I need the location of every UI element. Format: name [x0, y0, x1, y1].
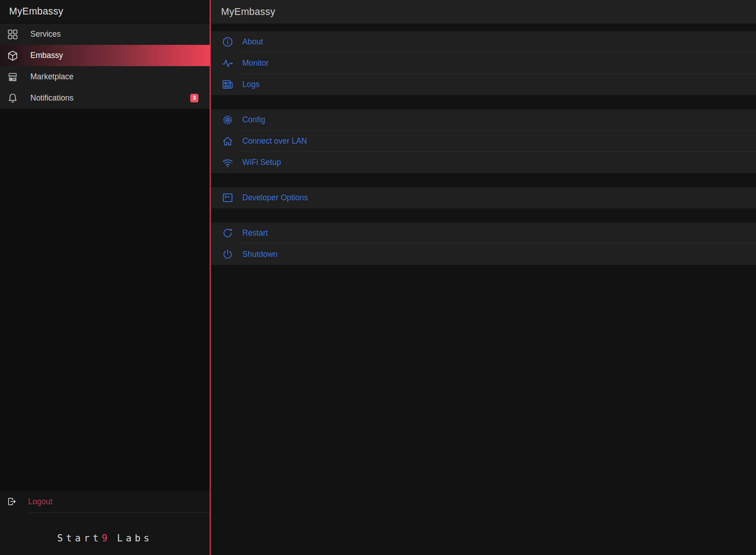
menu-item-label: WiFi Setup — [242, 158, 281, 167]
brand-text: Start — [57, 533, 101, 544]
wifi-icon — [222, 156, 234, 169]
newspaper-icon — [222, 78, 234, 91]
menu-item-label: Shutdown — [242, 250, 278, 259]
brand-logo: Start9Labs — [0, 513, 210, 544]
menu-item-shutdown[interactable]: Shutdown — [211, 244, 756, 265]
menu-item-label: Config — [242, 115, 265, 125]
menu-item-about[interactable]: About — [211, 31, 756, 53]
pulse-icon — [222, 57, 234, 69]
page-title: MyEmbassy — [221, 6, 275, 18]
sidebar-item-label: Notifications — [30, 93, 73, 103]
menu-group-developer: Developer Options — [211, 187, 756, 208]
sidebar-item-label: Services — [30, 29, 61, 39]
storefront-icon — [7, 71, 19, 83]
bell-icon — [7, 92, 19, 104]
sidebar-title: MyEmbassy — [0, 0, 210, 24]
notification-badge: 3 — [190, 94, 198, 102]
refresh-icon — [222, 227, 234, 239]
terminal-icon — [222, 192, 234, 204]
menu-item-label: Restart — [242, 228, 268, 238]
sidebar-item-services[interactable]: Services — [0, 24, 210, 45]
menu-item-wifi-setup[interactable]: WiFi Setup — [211, 152, 756, 173]
menu-group-info: About Monitor — [211, 31, 756, 95]
main-content: MyEmbassy About — [211, 0, 756, 555]
menu-item-label: About — [242, 37, 263, 47]
sidebar-menu: Services Embassy — [0, 24, 210, 109]
menu-item-config[interactable]: Config — [211, 109, 756, 130]
logout-icon — [7, 497, 17, 507]
menu-item-label: Monitor — [242, 58, 269, 68]
grid-icon — [7, 29, 19, 40]
logout-button[interactable]: Logout — [0, 491, 210, 512]
sidebar-item-marketplace[interactable]: Marketplace — [0, 66, 210, 87]
power-icon — [222, 248, 234, 261]
menu-item-label: Logs — [242, 80, 260, 89]
cog-icon — [222, 114, 234, 126]
menu-group-power: Restart Shutdown — [211, 222, 756, 265]
menu-item-logs[interactable]: Logs — [211, 74, 756, 95]
menu-group-config: Config Connect over LAN — [211, 109, 756, 173]
menu-item-label: Connect over LAN — [242, 136, 307, 146]
menu-item-restart[interactable]: Restart — [211, 222, 756, 244]
menu-item-label: Developer Options — [242, 193, 308, 203]
sidebar: MyEmbassy Services — [0, 0, 211, 555]
sidebar-item-label: Marketplace — [30, 72, 73, 82]
app-root: MyEmbassy Services — [0, 0, 756, 555]
logout-label: Logout — [28, 497, 53, 507]
info-icon — [222, 36, 234, 48]
content-toolbar: MyEmbassy — [211, 0, 756, 24]
brand-text: Labs — [117, 533, 153, 544]
sidebar-spacer — [0, 109, 210, 491]
sidebar-item-notifications[interactable]: Notifications 3 — [0, 87, 210, 109]
cube-icon — [7, 50, 19, 62]
menu-item-connect-lan[interactable]: Connect over LAN — [211, 130, 756, 152]
sidebar-item-embassy[interactable]: Embassy — [0, 45, 210, 66]
brand-accent-digit: 9 — [101, 533, 111, 544]
settings-menu: About Monitor — [211, 24, 756, 555]
menu-item-monitor[interactable]: Monitor — [211, 53, 756, 74]
sidebar-item-label: Embassy — [30, 51, 63, 60]
home-icon — [222, 135, 234, 147]
sidebar-footer: Logout Start9Labs — [0, 491, 210, 555]
menu-item-developer-options[interactable]: Developer Options — [211, 187, 756, 208]
